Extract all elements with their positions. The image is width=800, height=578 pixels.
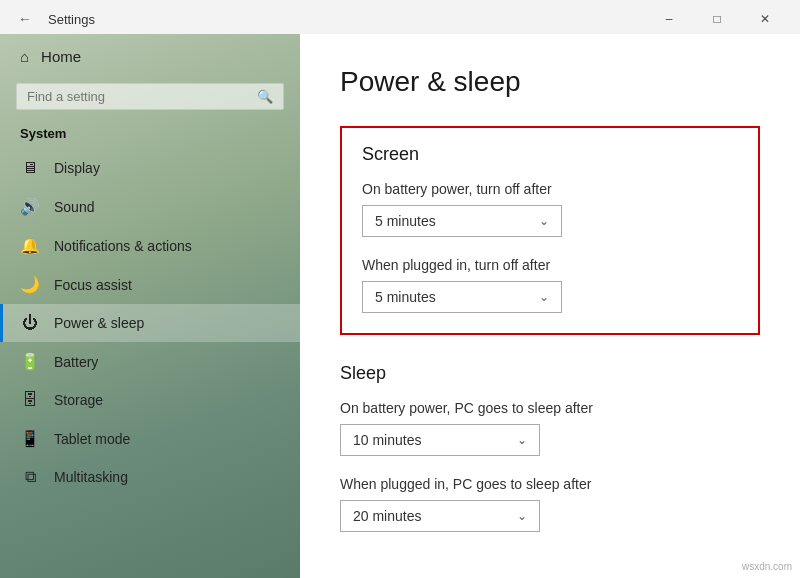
notifications-icon: 🔔	[20, 236, 40, 255]
sidebar-section-title: System	[0, 120, 300, 149]
sidebar-item-label-battery: Battery	[54, 354, 98, 370]
sidebar-item-storage[interactable]: 🗄 Storage	[0, 381, 300, 419]
minimize-button[interactable]: –	[646, 2, 692, 36]
close-button[interactable]: ✕	[742, 2, 788, 36]
screen-plugged-dropdown[interactable]: 5 minutes ⌄	[362, 281, 562, 313]
screen-section-title: Screen	[362, 144, 738, 165]
screen-plugged-field: When plugged in, turn off after 5 minute…	[362, 257, 738, 313]
back-button[interactable]: ←	[12, 9, 38, 29]
sidebar-item-label-display: Display	[54, 160, 100, 176]
sound-icon: 🔊	[20, 197, 40, 216]
screen-battery-dropdown[interactable]: 5 minutes ⌄	[362, 205, 562, 237]
storage-icon: 🗄	[20, 391, 40, 409]
sidebar-item-label-sound: Sound	[54, 199, 94, 215]
power-icon: ⏻	[20, 314, 40, 332]
battery-icon: 🔋	[20, 352, 40, 371]
sidebar-item-tablet[interactable]: 📱 Tablet mode	[0, 419, 300, 458]
screen-plugged-arrow: ⌄	[539, 290, 549, 304]
search-icon: 🔍	[257, 89, 273, 104]
page-title: Power & sleep	[340, 66, 760, 98]
tablet-icon: 📱	[20, 429, 40, 448]
sleep-section-title: Sleep	[340, 363, 760, 384]
sleep-plugged-field: When plugged in, PC goes to sleep after …	[340, 476, 760, 532]
display-icon: 🖥	[20, 159, 40, 177]
home-icon: ⌂	[20, 48, 29, 65]
screen-plugged-label: When plugged in, turn off after	[362, 257, 738, 273]
sidebar-item-label-notifications: Notifications & actions	[54, 238, 192, 254]
main-content: Power & sleep Screen On battery power, t…	[300, 34, 800, 578]
screen-battery-label: On battery power, turn off after	[362, 181, 738, 197]
sleep-plugged-arrow: ⌄	[517, 509, 527, 523]
title-bar: ← Settings – □ ✕	[0, 0, 800, 34]
sidebar-item-label-tablet: Tablet mode	[54, 431, 130, 447]
sleep-battery-dropdown[interactable]: 10 minutes ⌄	[340, 424, 540, 456]
sleep-section: Sleep On battery power, PC goes to sleep…	[340, 363, 760, 532]
screen-battery-value: 5 minutes	[375, 213, 436, 229]
sidebar-item-label-storage: Storage	[54, 392, 103, 408]
screen-section: Screen On battery power, turn off after …	[340, 126, 760, 335]
title-bar-left: ← Settings	[12, 9, 95, 29]
title-bar-title: Settings	[48, 12, 95, 27]
screen-battery-arrow: ⌄	[539, 214, 549, 228]
sleep-battery-arrow: ⌄	[517, 433, 527, 447]
screen-plugged-value: 5 minutes	[375, 289, 436, 305]
search-box[interactable]: 🔍	[16, 83, 284, 110]
sidebar-item-label-multitasking: Multitasking	[54, 469, 128, 485]
sleep-plugged-label: When plugged in, PC goes to sleep after	[340, 476, 760, 492]
title-bar-controls: – □ ✕	[646, 2, 788, 36]
search-input[interactable]	[27, 89, 249, 104]
screen-battery-field: On battery power, turn off after 5 minut…	[362, 181, 738, 237]
maximize-button[interactable]: □	[694, 2, 740, 36]
multitasking-icon: ⧉	[20, 468, 40, 486]
sidebar-home-label: Home	[41, 48, 81, 65]
sleep-battery-field: On battery power, PC goes to sleep after…	[340, 400, 760, 456]
sidebar-item-multitasking[interactable]: ⧉ Multitasking	[0, 458, 300, 496]
sidebar-item-battery[interactable]: 🔋 Battery	[0, 342, 300, 381]
sidebar-item-display[interactable]: 🖥 Display	[0, 149, 300, 187]
sidebar-item-label-focus: Focus assist	[54, 277, 132, 293]
sleep-plugged-dropdown[interactable]: 20 minutes ⌄	[340, 500, 540, 532]
sidebar-item-label-power: Power & sleep	[54, 315, 144, 331]
sleep-plugged-value: 20 minutes	[353, 508, 421, 524]
sidebar-nav: 🖥 Display 🔊 Sound 🔔 Notifications & acti…	[0, 149, 300, 496]
sleep-battery-label: On battery power, PC goes to sleep after	[340, 400, 760, 416]
sidebar-item-power[interactable]: ⏻ Power & sleep	[0, 304, 300, 342]
sleep-battery-value: 10 minutes	[353, 432, 421, 448]
sidebar-item-notifications[interactable]: 🔔 Notifications & actions	[0, 226, 300, 265]
sidebar-item-sound[interactable]: 🔊 Sound	[0, 187, 300, 226]
sidebar-item-home[interactable]: ⌂ Home	[0, 34, 300, 79]
focus-icon: 🌙	[20, 275, 40, 294]
app-body: ⌂ Home 🔍 System 🖥 Display 🔊 Sound 🔔 Noti…	[0, 34, 800, 578]
sidebar-item-focus[interactable]: 🌙 Focus assist	[0, 265, 300, 304]
sidebar: ⌂ Home 🔍 System 🖥 Display 🔊 Sound 🔔 Noti…	[0, 34, 300, 578]
